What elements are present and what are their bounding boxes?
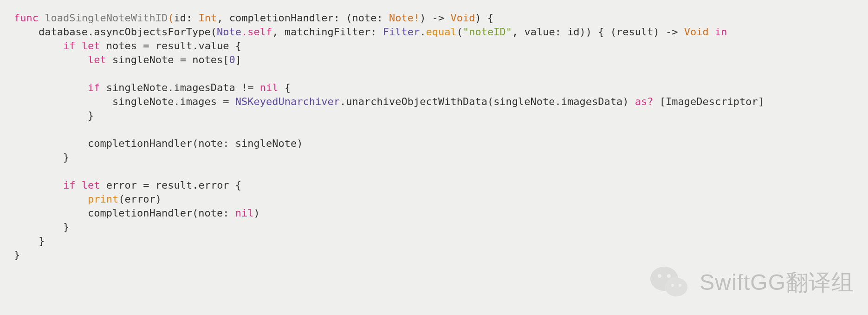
sig-close: ) { bbox=[475, 12, 494, 24]
indent bbox=[14, 193, 88, 205]
code-text: database.asyncObjectsForType( bbox=[39, 26, 217, 38]
type-void: Void bbox=[451, 12, 475, 24]
string-noteid: "noteID" bbox=[463, 26, 512, 38]
indent bbox=[14, 26, 39, 38]
bracket-close: ] bbox=[235, 54, 241, 66]
svg-point-4 bbox=[667, 274, 671, 278]
brace-close: } bbox=[63, 221, 69, 233]
keyword-as: as? bbox=[635, 96, 654, 107]
param-completion: completionHandler bbox=[229, 12, 334, 24]
keyword-func: func bbox=[14, 12, 39, 24]
indent bbox=[14, 207, 88, 219]
code-text: (error) bbox=[118, 193, 162, 205]
sig-arrow: ) -> bbox=[420, 12, 450, 24]
code-text: singleNote = notes[ bbox=[106, 54, 229, 66]
code-text: , value: id)) { (result) -> bbox=[512, 26, 684, 38]
svg-point-3 bbox=[658, 274, 661, 278]
keyword-if: if bbox=[88, 82, 100, 93]
comma: , bbox=[217, 12, 229, 24]
dot: . bbox=[420, 26, 426, 38]
type-nskeyedunarchiver: NSKeyedUnarchiver bbox=[235, 96, 340, 107]
indent bbox=[14, 110, 88, 121]
code-text: completionHandler(note: singleNote) bbox=[88, 138, 303, 149]
brace-close: } bbox=[14, 249, 20, 261]
svg-point-6 bbox=[679, 284, 681, 287]
brace: { bbox=[279, 82, 291, 93]
colon: : bbox=[377, 12, 389, 24]
keyword-let: let bbox=[82, 40, 100, 52]
brace-close: } bbox=[63, 151, 69, 163]
code-text: singleNote.images = bbox=[112, 96, 235, 107]
indent bbox=[14, 40, 63, 52]
code-text: .unarchiveObjectWithData(singleNote.imag… bbox=[340, 96, 635, 107]
type-note: Note! bbox=[389, 12, 420, 24]
indent bbox=[14, 235, 39, 247]
svg-point-1 bbox=[665, 278, 687, 296]
code-text: singleNote.imagesData != bbox=[100, 82, 259, 93]
sig-open-paren: ( bbox=[168, 12, 174, 24]
code-text: , matchingFilter: bbox=[272, 26, 382, 38]
svg-point-5 bbox=[671, 284, 674, 287]
keyword-nil: nil bbox=[235, 207, 254, 219]
keyword-let: let bbox=[82, 179, 100, 191]
param-note-label: note bbox=[352, 12, 377, 24]
svg-point-2 bbox=[665, 278, 687, 296]
brace-close: } bbox=[39, 235, 45, 247]
type-int: Int bbox=[198, 12, 217, 24]
keyword-nil: nil bbox=[260, 82, 279, 93]
param-id-label: id bbox=[174, 12, 186, 24]
indent bbox=[14, 221, 63, 233]
number-zero: 0 bbox=[229, 54, 235, 66]
keyword-if: if bbox=[63, 179, 76, 191]
keyword-if: if bbox=[63, 40, 76, 52]
code-text: notes = result.value { bbox=[100, 40, 241, 52]
function-name: loadSingleNoteWithID bbox=[45, 12, 168, 24]
colon-paren: : ( bbox=[334, 12, 352, 24]
indent bbox=[14, 82, 88, 93]
method-equal: equal bbox=[426, 26, 456, 38]
indent bbox=[14, 96, 112, 107]
keyword-self: .self bbox=[241, 26, 272, 38]
paren: ( bbox=[457, 26, 463, 38]
keyword-let: let bbox=[88, 54, 106, 66]
type-note-ref: Note bbox=[217, 26, 241, 38]
brace-close: } bbox=[88, 110, 94, 121]
call-print: print bbox=[88, 193, 118, 205]
code-text: completionHandler(note: bbox=[88, 207, 235, 219]
colon: : bbox=[186, 12, 199, 24]
code-block: func loadSingleNoteWithID(id: Int, compl… bbox=[0, 0, 868, 273]
indent bbox=[14, 179, 63, 191]
code-text: error = result.error { bbox=[100, 179, 241, 191]
paren-close: ) bbox=[254, 207, 260, 219]
watermark-text: SwiftGG翻译组 bbox=[700, 276, 854, 289]
type-filter: Filter bbox=[383, 26, 420, 38]
indent bbox=[14, 138, 88, 149]
code-text: [ImageDescriptor] bbox=[654, 96, 764, 107]
indent bbox=[14, 151, 63, 163]
indent bbox=[14, 54, 88, 66]
keyword-in: in bbox=[709, 26, 727, 38]
type-void: Void bbox=[684, 26, 709, 38]
